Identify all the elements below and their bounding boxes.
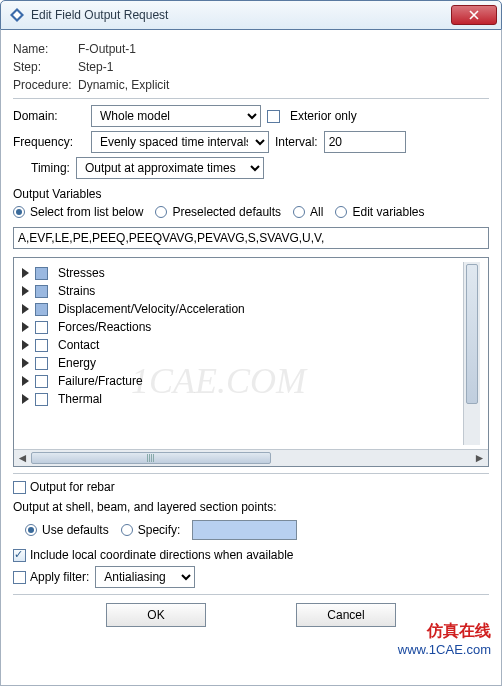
timing-label: Timing: — [31, 161, 70, 175]
tree-checkbox[interactable] — [35, 321, 48, 334]
rebar-checkbox[interactable] — [13, 481, 26, 494]
tree-item-stresses[interactable]: Stresses — [22, 266, 463, 280]
frequency-row: Frequency: Evenly spaced time intervals … — [13, 131, 489, 153]
apply-filter-label: Apply filter: — [30, 570, 89, 584]
expand-icon[interactable] — [22, 358, 29, 368]
section-points-radios: Use defaults Specify: — [13, 520, 489, 540]
variables-input[interactable] — [13, 227, 489, 249]
name-value: F-Output-1 — [78, 42, 136, 56]
radio-specify[interactable]: Specify: — [121, 523, 181, 537]
close-icon — [469, 10, 479, 20]
domain-row: Domain: Whole model Exterior only — [13, 105, 489, 127]
radio-select-from-list[interactable]: Select from list below — [13, 205, 143, 219]
button-row: OK Cancel — [13, 603, 489, 627]
domain-select[interactable]: Whole model — [91, 105, 261, 127]
tree-checkbox[interactable] — [35, 339, 48, 352]
rebar-label: Output for rebar — [30, 480, 115, 494]
local-coord-checkbox[interactable] — [13, 549, 26, 562]
expand-icon[interactable] — [22, 340, 29, 350]
tree-checkbox[interactable] — [35, 393, 48, 406]
step-label: Step: — [13, 60, 78, 74]
procedure-label: Procedure: — [13, 78, 78, 92]
local-coord-row: Include local coordinate directions when… — [13, 548, 489, 562]
output-variables-title: Output Variables — [13, 187, 489, 201]
tree-item-strains[interactable]: Strains — [22, 284, 463, 298]
specify-input[interactable] — [192, 520, 297, 540]
tree-checkbox[interactable] — [35, 285, 48, 298]
procedure-row: Procedure: Dynamic, Explicit — [13, 78, 489, 92]
scroll-right-icon[interactable]: ► — [471, 451, 488, 466]
tree-item-thermal[interactable]: Thermal — [22, 392, 463, 406]
domain-label: Domain: — [13, 109, 85, 123]
separator — [13, 473, 489, 474]
exterior-only-checkbox[interactable] — [267, 110, 280, 123]
expand-icon[interactable] — [22, 322, 29, 332]
scrollbar-vertical[interactable] — [463, 262, 480, 445]
scrollbar-horizontal[interactable]: ◄ ► — [14, 449, 488, 466]
tree-item-contact[interactable]: Contact — [22, 338, 463, 352]
tree-checkbox[interactable] — [35, 357, 48, 370]
tree-label: Thermal — [58, 392, 102, 406]
scroll-left-icon[interactable]: ◄ — [14, 451, 31, 466]
step-value: Step-1 — [78, 60, 113, 74]
expand-icon[interactable] — [22, 286, 29, 296]
radio-preselected[interactable]: Preselected defaults — [155, 205, 281, 219]
name-row: Name: F-Output-1 — [13, 42, 489, 56]
step-row: Step: Step-1 — [13, 60, 489, 74]
tree-item-energy[interactable]: Energy — [22, 356, 463, 370]
expand-icon[interactable] — [22, 304, 29, 314]
radio-all[interactable]: All — [293, 205, 323, 219]
tree-item-displacement-velocity-acceleration[interactable]: Displacement/Velocity/Acceleration — [22, 302, 463, 316]
tree-label: Stresses — [58, 266, 105, 280]
exterior-only-label: Exterior only — [290, 109, 357, 123]
close-button[interactable] — [451, 5, 497, 25]
tree-item-forces-reactions[interactable]: Forces/Reactions — [22, 320, 463, 334]
interval-input[interactable] — [324, 131, 406, 153]
tree-label: Strains — [58, 284, 95, 298]
separator — [13, 98, 489, 99]
name-label: Name: — [13, 42, 78, 56]
filter-select[interactable]: Antialiasing — [95, 566, 195, 588]
section-points-label: Output at shell, beam, and layered secti… — [13, 500, 489, 514]
rebar-row: Output for rebar — [13, 480, 489, 494]
tree-label: Displacement/Velocity/Acceleration — [58, 302, 245, 316]
tree-label: Contact — [58, 338, 99, 352]
timing-row: Timing: Output at approximate times — [13, 157, 489, 179]
tree-label: Forces/Reactions — [58, 320, 151, 334]
ok-button[interactable]: OK — [106, 603, 206, 627]
tree-label: Energy — [58, 356, 96, 370]
window-title: Edit Field Output Request — [31, 8, 168, 22]
expand-icon[interactable] — [22, 394, 29, 404]
tree-checkbox[interactable] — [35, 375, 48, 388]
variables-tree: StressesStrainsDisplacement/Velocity/Acc… — [13, 257, 489, 467]
timing-select[interactable]: Output at approximate times — [76, 157, 264, 179]
expand-icon[interactable] — [22, 268, 29, 278]
frequency-select[interactable]: Evenly spaced time intervals — [91, 131, 269, 153]
tree-checkbox[interactable] — [35, 267, 48, 280]
local-coord-label: Include local coordinate directions when… — [30, 548, 294, 562]
cancel-button[interactable]: Cancel — [296, 603, 396, 627]
procedure-value: Dynamic, Explicit — [78, 78, 169, 92]
tree-label: Failure/Fracture — [58, 374, 143, 388]
frequency-label: Frequency: — [13, 135, 85, 149]
apply-filter-row: Apply filter: Antialiasing — [13, 566, 489, 588]
output-mode-radios: Select from list below Preselected defau… — [13, 205, 489, 219]
app-icon — [9, 7, 25, 23]
interval-label: Interval: — [275, 135, 318, 149]
radio-use-defaults[interactable]: Use defaults — [25, 523, 109, 537]
radio-edit-variables[interactable]: Edit variables — [335, 205, 424, 219]
tree-checkbox[interactable] — [35, 303, 48, 316]
tree-item-failure-fracture[interactable]: Failure/Fracture — [22, 374, 463, 388]
apply-filter-checkbox[interactable] — [13, 571, 26, 584]
titlebar: Edit Field Output Request — [0, 0, 502, 30]
dialog-content: Name: F-Output-1 Step: Step-1 Procedure:… — [0, 30, 502, 686]
separator — [13, 594, 489, 595]
expand-icon[interactable] — [22, 376, 29, 386]
